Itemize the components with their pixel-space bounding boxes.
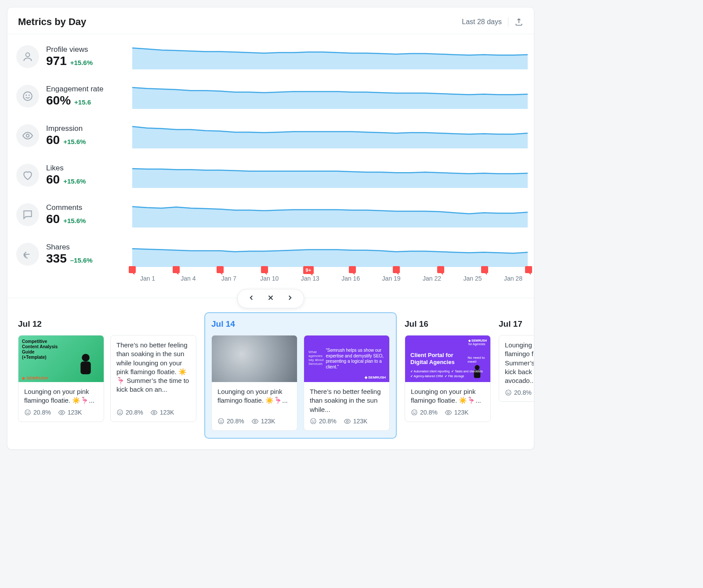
flag[interactable] (261, 266, 268, 273)
svg-rect-6 (80, 361, 91, 374)
axis-label: Jan 28 (498, 275, 529, 288)
charts-column (132, 36, 529, 273)
metrics-panel: Metrics by Day Last 28 days Profile view… (7, 7, 534, 450)
post-card[interactable]: Lounging on your pink flamingo floatie. … (211, 335, 297, 431)
axis-label: Jan 22 (417, 275, 447, 288)
prev-button[interactable] (247, 294, 255, 303)
flag[interactable] (481, 266, 488, 273)
stat-engagement: 20.8% (411, 409, 438, 416)
svg-point-29 (506, 390, 511, 395)
svg-point-2 (26, 95, 26, 95)
smile-icon (16, 85, 39, 108)
flag[interactable] (437, 266, 444, 273)
group-date: Jul 16 (405, 319, 491, 329)
flag[interactable] (173, 266, 180, 273)
svg-point-7 (25, 410, 30, 415)
metric-change: +15.6% (63, 177, 86, 185)
metric-engagement-rate[interactable]: Engagement rate 60%+15.6 (16, 76, 132, 115)
next-button[interactable] (286, 294, 294, 303)
metric-change: +15.6% (63, 217, 86, 224)
post-card[interactable]: Client Portal for Digital AgenciesNo nee… (405, 335, 491, 422)
stat-views: 123K (344, 418, 368, 425)
post-group: Jul 16Client Portal for Digital Agencies… (405, 319, 491, 439)
svg-point-13 (121, 411, 121, 412)
svg-point-25 (412, 410, 417, 415)
posts-row[interactable]: Jul 12Competitive Content Analysis Guide… (7, 319, 534, 439)
post-text: Lounging on your pink flamingo floatie. … (217, 387, 291, 405)
svg-point-9 (29, 411, 29, 412)
svg-point-16 (220, 421, 221, 421)
metric-label: Impression (46, 124, 86, 133)
metric-value: 971 (46, 54, 67, 68)
comment-icon (16, 203, 39, 226)
flag-multi[interactable]: 9+ (303, 266, 314, 274)
post-thumbnail: Competitive Content Analysis Guide (+Tem… (18, 335, 104, 382)
axis-label: Jan 25 (457, 275, 488, 288)
post-thumbnail: What agencies say about Semrush“Semrush … (304, 335, 389, 382)
post-card[interactable]: Lounging on your pink flamingo floatie. … (499, 335, 534, 402)
metric-change: –15.6% (70, 256, 93, 264)
posts-section: Jul 12Competitive Content Analysis Guide… (7, 298, 534, 449)
flag[interactable] (349, 266, 356, 273)
person-icon (16, 45, 39, 68)
header-right: Last 28 days (462, 17, 523, 27)
axis-label: Jan 13 (295, 275, 326, 288)
carousel-nav (237, 289, 304, 308)
share-icon (16, 243, 39, 266)
metric-change: +15.6% (63, 138, 86, 145)
post-card[interactable]: Competitive Content Analysis Guide (+Tem… (18, 335, 104, 422)
flag[interactable] (393, 266, 400, 273)
metric-comments[interactable]: Comments 60+15.6% (16, 194, 132, 234)
chart-likes (132, 155, 529, 194)
post-text: There’s no better feeling than soaking i… (310, 387, 384, 414)
date-range[interactable]: Last 28 days (462, 18, 502, 26)
stat-views: 123K (445, 409, 469, 416)
svg-point-0 (26, 53, 30, 57)
metrics-column: Profile views 971+15.6% Engagement rate … (16, 36, 132, 273)
metric-profile-views[interactable]: Profile views 971+15.6% (16, 36, 132, 76)
post-flags: 9+ (132, 266, 529, 274)
axis-label: Jan 4 (173, 275, 203, 288)
metric-label: Shares (46, 243, 93, 252)
stat-engagement: 20.8% (217, 418, 244, 425)
svg-point-8 (27, 411, 27, 412)
stat-engagement: 20.8% (24, 409, 51, 416)
svg-point-31 (509, 392, 510, 392)
panel-header: Metrics by Day Last 28 days (7, 7, 534, 34)
svg-point-10 (61, 411, 62, 413)
svg-point-20 (312, 421, 313, 421)
metric-likes[interactable]: Likes 60+15.6% (16, 155, 132, 194)
svg-point-1 (23, 92, 32, 101)
svg-point-5 (82, 354, 90, 362)
heart-icon (16, 164, 39, 187)
post-stats: 20.8%123K (499, 389, 534, 401)
post-stats: 20.8%123K (111, 409, 196, 422)
close-button[interactable] (267, 294, 275, 303)
svg-point-21 (314, 421, 315, 421)
svg-point-28 (447, 411, 449, 413)
post-card[interactable]: What agencies say about Semrush“Semrush … (304, 335, 390, 431)
stat-engagement: 20.8% (310, 418, 337, 425)
group-date: Jul 17 (499, 319, 534, 329)
flag[interactable] (129, 266, 136, 273)
stat-views: 123K (251, 418, 275, 425)
post-card[interactable]: There’s no better feeling than soaking i… (110, 335, 196, 422)
flag[interactable] (217, 266, 224, 273)
axis-label: Jan 19 (376, 275, 407, 288)
panel-title: Metrics by Day (18, 16, 462, 28)
export-icon[interactable] (515, 18, 523, 26)
svg-point-18 (254, 420, 256, 422)
metric-value: 335 (46, 252, 67, 266)
eye-icon (16, 124, 39, 147)
chart-engagement-rate (132, 76, 529, 115)
svg-point-15 (218, 418, 224, 424)
post-stats: 20.8%123K (405, 409, 490, 422)
metric-shares[interactable]: Shares 335–15.6% (16, 234, 132, 273)
metric-impression[interactable]: Impression 60+15.6% (16, 115, 132, 155)
flag[interactable] (525, 266, 532, 273)
post-text: There’s no better feeling than soaking i… (116, 341, 190, 394)
post-thumbnail: Client Portal for Digital AgenciesNo nee… (405, 335, 490, 382)
divider (508, 17, 508, 27)
post-thumbnail (212, 335, 297, 382)
post-group: Jul 12Competitive Content Analysis Guide… (18, 319, 196, 439)
